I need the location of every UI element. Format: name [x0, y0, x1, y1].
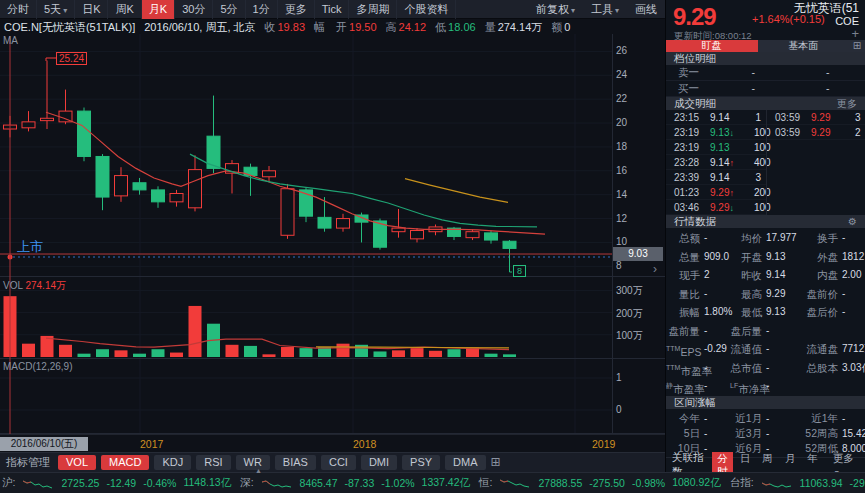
trade-col-left: 23:159.14123:199.13↓10023:199.1310023:28…: [666, 110, 766, 215]
indicator-button-KDJ[interactable]: KDJ: [154, 455, 191, 470]
top-toolbar: 分时5天▾日K周K月K30分5分1分更多Tick多周期个股资料 前复权▾工具▾画…: [0, 0, 665, 19]
range-section-header: 区间涨幅: [666, 396, 865, 409]
range-cell-value: -: [838, 411, 864, 426]
info-field: 量274.14万: [485, 20, 543, 35]
candlestick-chart[interactable]: MA VOL 274.14万 MACD(12,26,9) 25.24 9.03 …: [0, 34, 665, 434]
quote-data-grid: 总额-均价17.977换手-总量909.0开盘9.13外盘1812现手2昨收9.…: [666, 228, 865, 396]
indicator-button-CCI[interactable]: CCI: [321, 455, 356, 470]
info-field-value: 19.50: [349, 21, 377, 33]
toolbar-menu-画线[interactable]: 画线: [627, 2, 665, 17]
indicator-button-MACD[interactable]: MACD: [101, 455, 149, 470]
quote-cell-label: [798, 322, 838, 341]
info-field-label: 低: [435, 21, 446, 33]
range-cell-value: 15.420: [838, 426, 864, 441]
quote-cell-value: 9.13: [762, 248, 798, 267]
trade-price: 9.29↑: [710, 185, 754, 201]
toolbar-menu-前复权[interactable]: 前复权▾: [528, 2, 583, 17]
indicator-button-DMA[interactable]: DMA: [445, 455, 485, 470]
axis-tick: 14: [616, 189, 627, 200]
quote-cell-label: 现手: [666, 266, 700, 285]
panel-collapse-icon[interactable]: ›: [653, 262, 657, 276]
add-icon[interactable]: +: [851, 26, 859, 41]
quote-cell-label: 昨收: [730, 266, 762, 285]
info-field: 高24.12: [386, 20, 427, 35]
range-cell-label: 近1年: [798, 411, 838, 426]
range-cell-label: 今年: [666, 411, 700, 426]
tab-基本面[interactable]: 基本面: [758, 40, 850, 52]
period-tab-多周期[interactable]: 多周期: [349, 0, 397, 19]
trade-time: 03:46: [674, 200, 710, 216]
index-quote-4[interactable]: 台指:11063.94-29.81-0.27%1204.18亿: [730, 476, 865, 490]
toolbar-menu-工具[interactable]: 工具▾: [583, 2, 627, 17]
add-indicator-icon[interactable]: ⊞: [491, 456, 501, 469]
indicator-buttons: VOLMACDKDJRSIWRBIASCCIDMIPSYDMA: [58, 455, 486, 470]
quote-cell-label: 内盘: [798, 266, 838, 285]
quote-cell-value: 9.13: [762, 303, 798, 322]
index-change-pct: -0.98%: [632, 477, 665, 489]
range-cell-value: -: [700, 426, 730, 441]
add-tab-icon[interactable]: ⊞: [849, 40, 865, 52]
quote-cell-value: -: [700, 322, 730, 341]
axis-tick: 200万: [616, 307, 643, 321]
indicator-button-RSI[interactable]: RSI: [196, 455, 230, 470]
crosshair-date-box: 2016/06/10(五): [0, 437, 88, 451]
index-label: 台指:: [730, 476, 754, 490]
last-price: 9.29: [673, 3, 716, 31]
trade-price: 9.14: [710, 110, 754, 125]
trades-more-link[interactable]: 更多: [837, 97, 857, 110]
index-quote-3[interactable]: 恒:27888.55-275.50-0.98%1080.92亿: [479, 476, 721, 490]
indicator-button-DMI[interactable]: DMI: [361, 455, 397, 470]
period-tab-月K[interactable]: 月K: [142, 0, 175, 19]
level-rows: 卖一--买一--: [666, 65, 865, 97]
index-quote-1[interactable]: 沪:2725.25-12.49-0.46%1148.13亿: [2, 476, 231, 490]
quote-cell-label: 流通值: [730, 340, 762, 359]
vol-label: VOL: [3, 280, 23, 291]
index-value: 27888.55: [538, 477, 582, 489]
indicator-button-VOL[interactable]: VOL: [58, 455, 96, 470]
gear-icon[interactable]: ⚙: [848, 215, 857, 228]
index-change: -87.33: [345, 477, 375, 489]
indicator-button-PSY[interactable]: PSY: [402, 455, 440, 470]
period-tab-更多[interactable]: 更多: [278, 0, 315, 19]
index-change-pct: -0.46%: [143, 477, 176, 489]
index-sparkline: [499, 477, 531, 490]
chevron-down-icon: ▾: [63, 6, 67, 15]
range-cell-label: 近1月: [730, 411, 762, 426]
year-label: 2019: [592, 438, 615, 450]
symbol-label: COE.N[无忧英语(51TALK)]: [4, 20, 135, 35]
quote-cell-value: 9.29: [762, 285, 798, 304]
quote-cell-value: 1812: [838, 248, 864, 267]
quote-cell-value: 1.80%: [700, 303, 730, 322]
period-tab-30分[interactable]: 30分: [175, 0, 213, 19]
trade-time: 23:15: [674, 110, 710, 125]
indicator-button-BIAS[interactable]: BIAS: [275, 455, 316, 470]
period-tab-周K[interactable]: 周K: [108, 0, 141, 19]
axis-tick: 300万: [616, 284, 643, 298]
axis-tick: 1: [616, 372, 622, 383]
quote-cell-value: -0.29: [700, 340, 730, 359]
period-tab-个股资料[interactable]: 个股资料: [397, 0, 456, 19]
indicator-button-WR[interactable]: WR: [236, 455, 270, 470]
statusbar-collapse-icon[interactable]: ▲: [255, 467, 262, 474]
period-tab-分时[interactable]: 分时: [0, 0, 37, 19]
quote-cell-value: -: [700, 377, 730, 396]
period-tab-Tick[interactable]: Tick: [315, 0, 350, 19]
index-change: -12.49: [106, 477, 136, 489]
index-sparkline: [22, 477, 54, 490]
indicator-manage-button[interactable]: 指标管理: [6, 455, 50, 470]
period-tab-1分[interactable]: 1分: [246, 0, 278, 19]
quote-cell-label: TTM市盈率: [666, 359, 700, 378]
trade-price: 9.29↓: [710, 200, 754, 216]
vol-legend: VOL 274.14万: [3, 279, 66, 293]
quote-header: 9.29 +1.64%(+0.15) 无忧英语(51 COE 更新时间:08:0…: [666, 0, 865, 40]
chart-canvas[interactable]: [0, 34, 665, 434]
period-tab-日K[interactable]: 日K: [75, 0, 108, 19]
trade-time: 23:28: [674, 155, 710, 171]
trade-time: 23:39: [674, 170, 710, 185]
toolbar-right: 前复权▾工具▾画线: [528, 2, 665, 17]
period-tab-5天[interactable]: 5天▾: [37, 0, 75, 19]
period-tab-5分[interactable]: 5分: [213, 0, 245, 19]
quote-cell-label: 外盘: [798, 248, 838, 267]
index-quote-2[interactable]: 深:8465.47-87.33-1.02%1337.42亿: [240, 476, 470, 490]
trade-row: 03:599.292: [767, 125, 865, 140]
